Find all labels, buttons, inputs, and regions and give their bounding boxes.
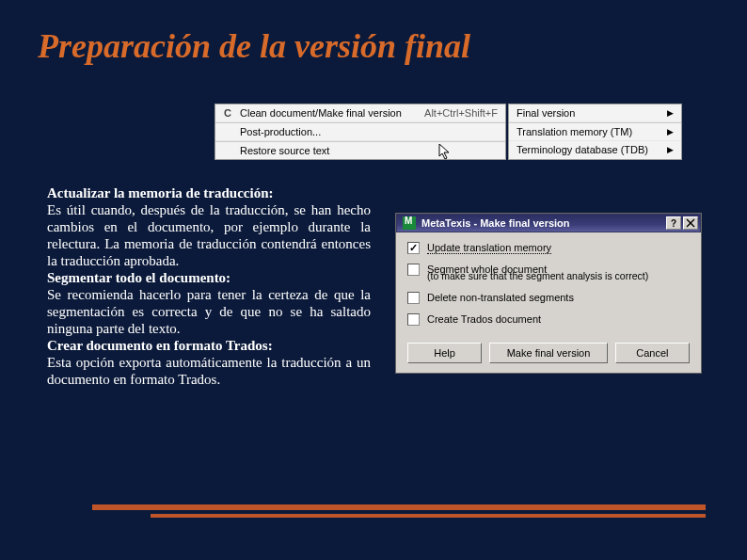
menu-item-restore-source[interactable]: Restore source text — [215, 141, 505, 159]
checkbox-label: Delete non-translated segments — [427, 292, 574, 303]
paragraph: Es útil cuando, después de la traducción… — [47, 201, 371, 269]
menu-item-label: Clean document/Make final version — [236, 107, 405, 119]
subhead-update-tm: Actualizar la memoria de traducción: — [47, 184, 371, 201]
menu-item-label: Terminology database (TDB) — [513, 144, 648, 155]
checkbox-delete-nontranslated[interactable]: Delete non-translated segments — [407, 292, 690, 304]
menu-item-label: Restore source text — [236, 145, 498, 156]
app-icon — [403, 216, 416, 230]
checkbox-label: Create Trados document — [427, 313, 541, 325]
menu-item-label: Final version — [513, 107, 648, 119]
make-final-version-button[interactable]: Make final version — [489, 343, 608, 363]
cancel-button[interactable]: Cancel — [615, 343, 690, 363]
slide-title: Preparación de la versión final — [0, 0, 747, 66]
svg-text:?: ? — [671, 218, 676, 228]
menu-item-clean-document[interactable]: C Clean document/Make final version Alt+… — [215, 104, 505, 122]
footer-bar — [151, 514, 706, 518]
checkbox-icon — [407, 292, 420, 304]
help-window-button[interactable]: ? — [666, 216, 681, 230]
close-icon — [686, 218, 695, 228]
footer-bar — [92, 504, 706, 510]
dialog-title: MetaTexis - Make final version — [421, 217, 664, 230]
paragraph: Esta opción exporta automáticamente la t… — [47, 354, 371, 388]
dialog-button-row: Help Make final version Cancel — [407, 335, 690, 363]
menu-item-terminology-database[interactable]: Terminology database (TDB) ▶ — [509, 141, 681, 158]
help-button[interactable]: Help — [407, 343, 482, 363]
dialog-titlebar: MetaTexis - Make final version ? — [396, 214, 701, 232]
menu-right: Final version ▶ Translation memory (TM) … — [508, 104, 682, 160]
dialog-make-final-version: MetaTexis - Make final version ? Update … — [395, 213, 702, 374]
menu-item-translation-memory[interactable]: Translation memory (TM) ▶ — [509, 122, 681, 141]
close-window-button[interactable] — [683, 216, 698, 230]
checkbox-create-trados[interactable]: Create Trados document — [407, 313, 690, 326]
checkbox-subtext: (to make sure that the segment analysis … — [407, 270, 690, 282]
body-text: Actualizar la memoria de traducción: Es … — [47, 184, 371, 388]
submenu-arrow-icon: ▶ — [648, 108, 674, 118]
submenu-arrow-icon: ▶ — [648, 145, 674, 154]
question-icon: ? — [669, 218, 678, 228]
checkbox-label: Update translation memory — [427, 242, 551, 253]
checkbox-icon — [407, 264, 420, 276]
checkbox-update-tm[interactable]: Update translation memory — [407, 242, 690, 254]
menu-item-label: Post-production... — [236, 126, 498, 137]
checkbox-icon — [407, 313, 420, 326]
menu-item-final-version[interactable]: Final version ▶ — [509, 104, 681, 122]
menu-item-shortcut: Alt+Ctrl+Shift+F — [405, 107, 498, 119]
menu-item-label: Translation memory (TM) — [513, 126, 648, 137]
menu-composite: C Clean document/Make final version Alt+… — [215, 104, 682, 160]
checkbox-icon — [407, 242, 420, 254]
paragraph: Se recomienda hacerlo para tener la cert… — [47, 286, 371, 337]
subhead-trados: Crear documento en formato Trados: — [47, 337, 371, 354]
dialog-body: Update translation memory Segment whole … — [396, 232, 701, 373]
subhead-segment-doc: Segmentar todo el documento: — [47, 269, 371, 286]
menu-left: C Clean document/Make final version Alt+… — [215, 104, 506, 160]
menu-item-post-production[interactable]: Post-production... — [215, 122, 505, 141]
menu-icon-letter: C — [219, 107, 236, 119]
submenu-arrow-icon: ▶ — [648, 127, 674, 136]
